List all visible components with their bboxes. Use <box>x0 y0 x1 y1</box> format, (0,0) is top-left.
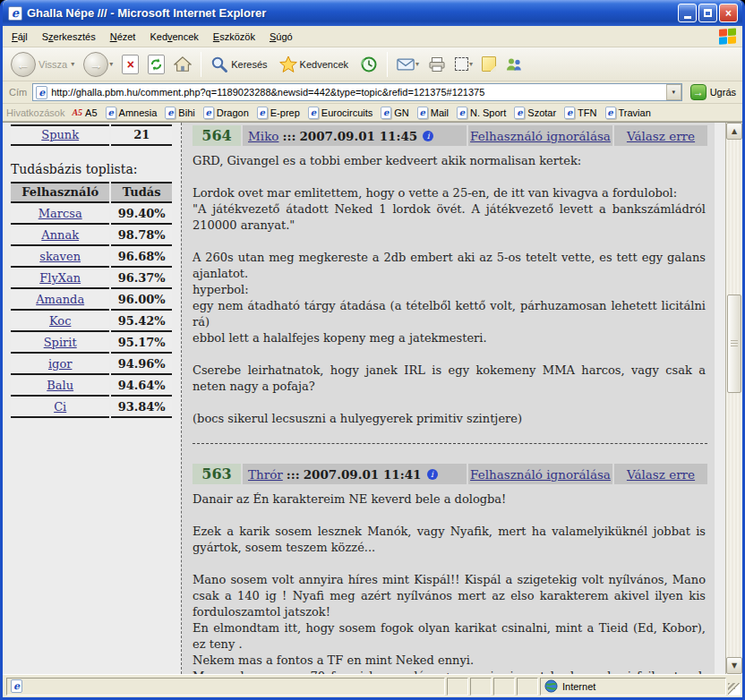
scrollbar-track[interactable] <box>726 140 742 657</box>
user-link[interactable]: Spirit <box>44 336 77 349</box>
address-dropdown-button[interactable]: ▾ <box>666 84 681 100</box>
info-icon[interactable]: i <box>423 131 433 141</box>
scroll-up-button[interactable]: ▲ <box>726 123 742 140</box>
menu-edit[interactable]: Szerkesztés <box>35 28 103 46</box>
favorites-button[interactable]: Kedvencek <box>276 54 355 75</box>
table-row: Ci93.84% <box>11 398 172 418</box>
menu-help[interactable]: Súgó <box>262 28 300 46</box>
author-link[interactable]: Thrór <box>248 467 283 482</box>
link-item-nsport[interactable]: eN. Sport <box>457 107 506 119</box>
ignore-user-link[interactable]: Felhasználó ignorálása <box>470 467 611 482</box>
search-button[interactable]: Keresés <box>207 54 273 75</box>
table-row: Spunk 21 <box>11 124 172 146</box>
printer-icon <box>428 55 446 73</box>
score-value: 21 <box>111 124 172 146</box>
windows-logo-icon <box>719 28 737 45</box>
menu-view[interactable]: Nézet <box>103 28 143 46</box>
maximize-button[interactable] <box>698 4 717 22</box>
user-link[interactable]: igor <box>48 357 73 371</box>
table-row: Spirit95.17% <box>11 334 172 354</box>
score-value: 94.96% <box>111 355 172 375</box>
link-item-dragon[interactable]: eDragon <box>203 107 249 119</box>
favorites-star-icon <box>279 55 297 73</box>
go-button[interactable]: → Ugrás <box>687 83 740 101</box>
forward-dropdown-icon[interactable]: ▾ <box>109 60 113 68</box>
mail-button[interactable]: ▾ <box>393 54 423 75</box>
ie-page-icon: e <box>308 107 319 119</box>
menu-tools[interactable]: Eszközök <box>206 28 262 46</box>
toplist-title: Tudásbázis toplista: <box>11 162 172 176</box>
info-icon[interactable]: i <box>427 469 438 480</box>
user-link[interactable]: Marcsa <box>39 207 82 220</box>
column-header-user: Felhasználó <box>11 182 109 203</box>
scroll-down-button[interactable]: ▼ <box>726 657 742 674</box>
link-item-eprep[interactable]: eE-prep <box>257 107 300 119</box>
post-header: 564 Miko ::: 2007.09.01 11:45 i Felhaszn… <box>193 125 707 146</box>
user-link[interactable]: Amanda <box>36 293 84 306</box>
title-bar[interactable]: e Ghalla Népe /// - Microsoft Internet E… <box>3 0 742 26</box>
link-item-amnesia[interactable]: eAmnesia <box>106 107 158 119</box>
scroll-down-icon: ▼ <box>732 662 737 670</box>
link-item-travian[interactable]: eTravian <box>605 107 651 119</box>
user-link[interactable]: FlyXan <box>39 271 81 285</box>
mail-dropdown-icon[interactable]: ▾ <box>415 60 419 68</box>
ie-page-icon: e <box>106 107 116 119</box>
reply-link[interactable]: Válasz erre <box>627 129 695 143</box>
status-bar: e Internet <box>3 674 742 697</box>
messenger-button[interactable] <box>501 54 527 75</box>
address-url[interactable]: http://ghalla.pbm.hu/comment.php?q=11890… <box>51 87 665 98</box>
post-author-cell: Thrór ::: 2007.09.01 11:41 i <box>243 464 467 484</box>
user-link[interactable]: Balu <box>47 379 73 392</box>
stop-button[interactable]: × <box>118 53 142 76</box>
user-link[interactable]: Koc <box>49 314 71 328</box>
post-paragraph: (bocs sikerul lecsuszni a hulyegyerek pr… <box>193 411 706 427</box>
score-value: 98.78% <box>111 226 172 246</box>
minimize-button[interactable] <box>678 4 697 22</box>
links-bar: Hivatkozások A5A5 eAmnesia eBihi eDragon… <box>3 104 742 122</box>
author-link[interactable]: Miko <box>248 129 278 143</box>
ie-page-icon: e <box>605 107 616 119</box>
menu-file[interactable]: Fájl <box>4 28 35 46</box>
status-pane <box>493 678 515 696</box>
link-item-bihi[interactable]: eBihi <box>165 107 194 119</box>
ignore-user-link[interactable]: Felhasználó ignorálása <box>470 129 611 143</box>
address-label: Cím <box>9 87 27 98</box>
user-link[interactable]: skaven <box>39 250 81 263</box>
user-link[interactable]: Spunk <box>41 128 79 141</box>
print-button[interactable] <box>424 54 450 75</box>
home-button[interactable] <box>170 54 195 75</box>
toolbar-separator <box>387 52 388 77</box>
scroll-thumb[interactable] <box>727 295 741 393</box>
address-bar: Cím e http://ghalla.pbm.hu/comment.php?q… <box>3 81 742 104</box>
history-button[interactable] <box>356 54 381 75</box>
ie-page-icon: e <box>381 107 391 119</box>
back-dropdown-icon[interactable]: ▾ <box>71 60 74 68</box>
link-item-gn[interactable]: eGN <box>381 107 409 119</box>
score-value: 96.68% <box>111 248 172 268</box>
search-label: Keresés <box>231 59 267 70</box>
edit-dropdown-icon[interactable]: ▾ <box>469 60 473 68</box>
refresh-button[interactable] <box>144 53 168 76</box>
back-button[interactable]: ← Vissza ▾ <box>7 50 78 79</box>
edit-button[interactable]: ▾ <box>451 55 476 73</box>
link-item-mail[interactable]: eMail <box>417 107 449 119</box>
link-item-tfn[interactable]: eTFN <box>564 107 596 119</box>
address-input[interactable]: e http://ghalla.pbm.hu/comment.php?q=118… <box>32 83 681 101</box>
menu-favorites[interactable]: Kedvencek <box>142 28 205 46</box>
reply-link[interactable]: Válasz erre <box>627 467 695 482</box>
edit-icon <box>455 57 468 71</box>
post-body: Danair az Én karaktereim NE keverd bele … <box>193 491 707 674</box>
link-item-a5[interactable]: A5A5 <box>72 107 97 118</box>
close-button[interactable]: × <box>719 4 738 22</box>
user-link[interactable]: Ci <box>54 400 66 414</box>
link-item-eurocircuits[interactable]: eEurocircuits <box>308 107 372 119</box>
messenger-icon <box>505 55 523 73</box>
link-item-szotar[interactable]: eSzotar <box>514 107 556 119</box>
resize-grip[interactable] <box>728 683 741 696</box>
forward-button[interactable]: → ▾ <box>80 50 116 79</box>
discuss-button[interactable] <box>478 55 500 73</box>
post-paragraph: Mano sosem volt annyira híres mint Kispá… <box>193 572 706 674</box>
user-link[interactable]: Annak <box>41 228 79 242</box>
meta-separator: ::: <box>282 129 295 143</box>
vertical-scrollbar[interactable]: ▲ ▼ <box>725 123 742 674</box>
